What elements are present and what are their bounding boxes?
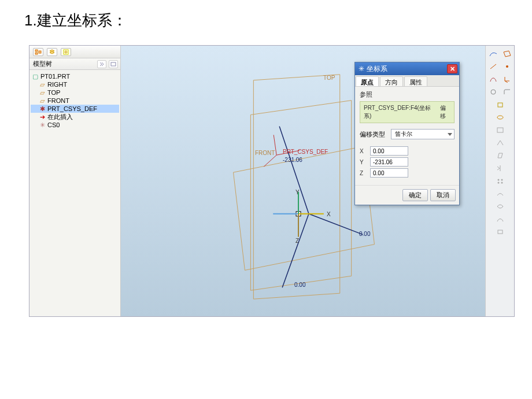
- z-label: Z: [360, 170, 367, 176]
- tree-node-right[interactable]: ▱ RIGHT: [31, 80, 119, 88]
- sketch-tool-icon[interactable]: [488, 49, 498, 58]
- tree-show-icon[interactable]: [109, 60, 118, 68]
- y-label: Y: [360, 159, 367, 165]
- tree-layers-icon[interactable]: [47, 48, 57, 56]
- point-tool-icon[interactable]: [502, 62, 512, 71]
- curve-tool-icon[interactable]: [488, 75, 498, 84]
- mirror-tool-icon[interactable]: [495, 164, 505, 173]
- svg-rect-27: [498, 103, 503, 107]
- left-toolbar: [29, 46, 120, 58]
- svg-rect-0: [35, 50, 38, 51]
- tree-node-insert-here[interactable]: ➔ 在此插入: [31, 113, 119, 121]
- pattern-tool-icon[interactable]: [495, 176, 505, 186]
- close-button[interactable]: ✕: [447, 64, 457, 73]
- datum-plane-icon: ▱: [39, 90, 46, 95]
- tab-origin[interactable]: 原点: [356, 76, 379, 86]
- dialog-title: 坐标系: [367, 64, 387, 74]
- y-input[interactable]: [370, 157, 408, 167]
- tree-node-cs0[interactable]: ✳ CS0: [31, 121, 119, 129]
- round-tool-icon[interactable]: [502, 87, 512, 97]
- tree-node-root[interactable]: ▢ PT01.PRT: [31, 72, 119, 80]
- svg-point-22: [506, 65, 508, 68]
- coordinate-system-dialog: ✳ 坐标系 ✕ 原点 方向 属性 参照 PRT_CSYS_DEF:F4(坐标系)…: [354, 62, 460, 205]
- sweep-tool-icon[interactable]: [495, 202, 505, 211]
- svg-rect-2: [39, 51, 41, 53]
- shell-tool-icon[interactable]: [495, 125, 505, 135]
- dialog-body: 参照 PRT_CSYS_DEF:F4(坐标系) 偏移 偏移类型 笛卡尔 X Y: [355, 87, 459, 185]
- dialog-tabs: 原点 方向 属性: [355, 75, 459, 87]
- svg-rect-29: [497, 128, 503, 132]
- canvas-label-front: FRONT: [255, 150, 275, 156]
- tree-item-label: RIGHT: [47, 80, 67, 88]
- svg-line-15: [282, 214, 309, 287]
- x-label: X: [360, 148, 367, 154]
- tree-node-top[interactable]: ▱ TOP: [31, 88, 119, 97]
- dialog-titlebar[interactable]: ✳ 坐标系 ✕: [355, 62, 459, 75]
- canvas-label-top: TOP: [323, 75, 335, 81]
- rib-tool-icon[interactable]: [495, 138, 505, 147]
- reference-label: 参照: [360, 90, 455, 99]
- canvas-zero-1: 0.00: [359, 231, 370, 237]
- ok-button[interactable]: 确定: [402, 189, 428, 201]
- tree-root-label: PT01.PRT: [40, 72, 70, 80]
- boundary-tool-icon[interactable]: [495, 227, 505, 237]
- feature-toolbar: [485, 46, 514, 316]
- tree-new-icon[interactable]: [61, 48, 71, 56]
- svg-marker-9: [250, 101, 351, 291]
- canvas-label-csys: PRT_CSYS_DEF: [283, 149, 328, 155]
- csys-icon: ✳: [39, 122, 46, 128]
- reference-item: PRT_CSYS_DEF:F4(坐标系): [364, 104, 433, 120]
- tree-item-label: FRONT: [47, 97, 69, 105]
- svg-point-26: [491, 90, 496, 94]
- dialog-icon: ✳: [359, 65, 364, 73]
- csys-icon: ✱: [39, 106, 46, 112]
- tree-display-icon[interactable]: [33, 48, 43, 56]
- canvas-axis-y: Y: [295, 189, 300, 195]
- canvas-axis-x: X: [327, 211, 331, 217]
- plane-tool-icon[interactable]: [502, 49, 512, 58]
- tree-item-label: 在此插入: [47, 113, 73, 121]
- insert-here-icon: ➔: [39, 114, 46, 120]
- axis-tool-icon[interactable]: [488, 62, 498, 71]
- blend-tool-icon[interactable]: [495, 189, 505, 198]
- chevron-down-icon: [448, 133, 452, 136]
- tree-item-label: CS0: [47, 121, 60, 129]
- model-tree-header: 模型树: [29, 58, 120, 70]
- style-tool-icon[interactable]: [495, 215, 505, 224]
- cad-app-frame: 模型树 ▢ PT01.PRT ▱ RIGHT ▱ TOP ▱ FRONT: [29, 45, 515, 317]
- svg-rect-1: [35, 53, 38, 54]
- svg-point-33: [497, 182, 499, 184]
- z-input[interactable]: [370, 168, 408, 178]
- model-tree-panel: 模型树 ▢ PT01.PRT ▱ RIGHT ▱ TOP ▱ FRONT: [29, 46, 121, 316]
- page-title: 1.建立坐标系：: [0, 0, 532, 31]
- canvas-axis-z: Z: [295, 238, 299, 244]
- tab-direction[interactable]: 方向: [380, 76, 403, 86]
- revolve-tool-icon[interactable]: [495, 113, 505, 122]
- svg-point-31: [497, 179, 499, 181]
- offset-type-value: 笛卡尔: [395, 130, 412, 138]
- canvas-dim-y: -231.06: [283, 157, 302, 163]
- tree-settings-icon[interactable]: [97, 60, 106, 68]
- svg-point-32: [501, 179, 503, 181]
- svg-point-34: [501, 182, 503, 184]
- draft-tool-icon[interactable]: [495, 151, 505, 160]
- svg-rect-6: [111, 62, 116, 66]
- csys-tool-icon[interactable]: [502, 75, 512, 84]
- tree-node-front[interactable]: ▱ FRONT: [31, 97, 119, 105]
- hole-tool-icon[interactable]: [488, 87, 498, 97]
- cancel-button[interactable]: 取消: [430, 189, 456, 201]
- svg-point-28: [497, 116, 503, 119]
- part-icon: ▢: [32, 73, 39, 79]
- reference-action: 偏移: [440, 104, 450, 120]
- tree-node-csys-def[interactable]: ✱ PRT_CSYS_DEF: [31, 105, 119, 113]
- offset-type-select[interactable]: 笛卡尔: [391, 129, 455, 139]
- svg-line-14: [309, 214, 363, 235]
- x-input[interactable]: [370, 146, 408, 156]
- tab-properties[interactable]: 属性: [404, 76, 427, 86]
- extrude-tool-icon[interactable]: [495, 100, 505, 109]
- model-tree: ▢ PT01.PRT ▱ RIGHT ▱ TOP ▱ FRONT ✱ PRT_C…: [29, 70, 120, 131]
- model-tree-title: 模型树: [33, 60, 52, 68]
- reference-list[interactable]: PRT_CSYS_DEF:F4(坐标系) 偏移: [360, 101, 455, 123]
- datum-plane-icon: ▱: [39, 82, 46, 87]
- tree-item-label: PRT_CSYS_DEF: [47, 105, 97, 113]
